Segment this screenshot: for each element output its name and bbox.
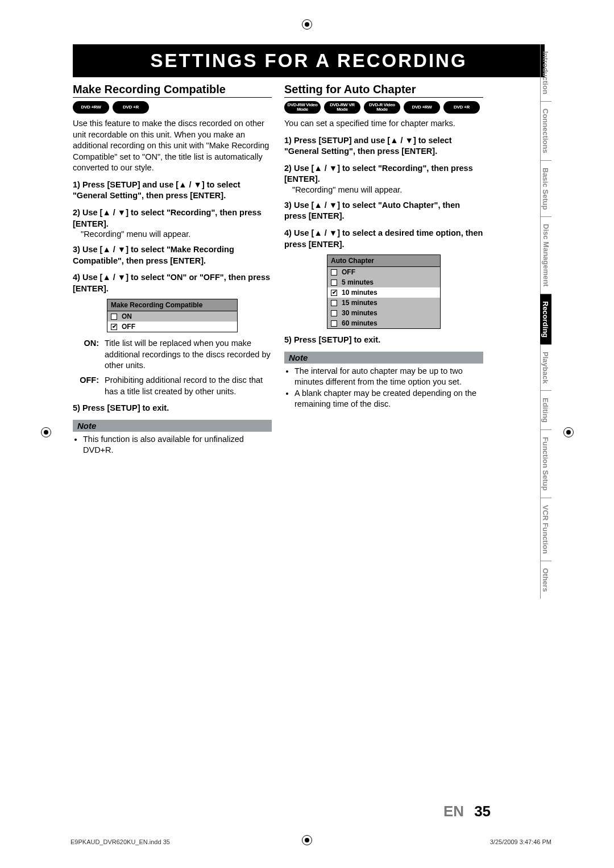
osd-title: Auto Chapter <box>327 255 440 267</box>
registration-mark-icon <box>302 19 312 30</box>
footer-timestamp: 3/25/2009 3:47:46 PM <box>490 838 551 845</box>
section-heading: Make Recording Compatible <box>73 83 272 98</box>
intro-text: Use this feature to make the discs recor… <box>73 118 272 174</box>
step-2-sub: "Recording" menu will appear. <box>81 229 272 239</box>
osd-row-off: OFF <box>107 322 237 332</box>
checkbox-icon <box>331 269 337 276</box>
checkbox-icon <box>331 310 337 316</box>
footer-file: E9PKAUD_DVR620KU_EN.indd 35 <box>70 838 170 845</box>
osd-title: Make Recording Compatible <box>107 299 237 311</box>
note-list: This function is also available for unfi… <box>73 432 272 456</box>
note-item: This function is also available for unfi… <box>83 434 272 456</box>
tab-recording[interactable]: Recording <box>540 294 551 344</box>
page-title: SETTINGS FOR A RECORDING <box>73 44 545 77</box>
dvd-plus-r-badge: DVD +R <box>443 101 480 114</box>
note-label: Note <box>73 420 272 432</box>
step-1: 1) Press [SETUP] and use [▲ / ▼] to sele… <box>284 135 483 157</box>
step-3: 3) Use [▲ / ▼] to select "Auto Chapter",… <box>284 200 483 222</box>
tab-editing[interactable]: Editing <box>540 390 551 429</box>
definition-off: OFF:Prohibiting additional record to the… <box>73 375 272 397</box>
step-5: 5) Press [SETUP] to exit. <box>284 335 483 346</box>
step-2: 2) Use [▲ / ▼] to select "Recording", th… <box>73 207 272 229</box>
tab-playback[interactable]: Playback <box>540 344 551 390</box>
page-content: SETTINGS FOR A RECORDING Make Recording … <box>73 44 545 840</box>
tab-basic-setup[interactable]: Basic Setup <box>540 160 551 216</box>
checkbox-icon <box>111 314 117 320</box>
print-footer: E9PKAUD_DVR620KU_EN.indd 35 3/25/2009 3:… <box>70 838 551 845</box>
osd-row: 15 minutes <box>327 298 440 308</box>
checkbox-icon <box>331 320 337 327</box>
osd-row: 30 minutes <box>327 308 440 318</box>
checkbox-icon <box>331 279 337 286</box>
step-2: 2) Use [▲ / ▼] to select "Recording", th… <box>284 163 483 185</box>
note-list: The interval for auto chapter may be up … <box>284 364 483 410</box>
dvd-rw-vr-badge: DVD-RW VR Mode <box>324 101 360 114</box>
step-1: 1) Press [SETUP] and use [▲ / ▼] to sele… <box>73 180 272 202</box>
tab-connections[interactable]: Connections <box>540 101 551 160</box>
page-number: EN35 <box>443 803 491 820</box>
note-label: Note <box>284 352 483 364</box>
definition-on: ON:Title list will be replaced when you … <box>73 338 272 372</box>
checkbox-checked-icon <box>331 290 337 296</box>
step-4: 4) Use [▲ / ▼] to select "ON" or "OFF", … <box>73 272 272 294</box>
section-heading: Setting for Auto Chapter <box>284 83 483 98</box>
dvd-r-video-badge: DVD-R Video Mode <box>364 101 400 114</box>
checkbox-checked-icon <box>111 324 117 330</box>
dvd-plus-rw-badge: DVD +RW <box>73 101 109 114</box>
disc-badges: DVD +RW DVD +R <box>73 101 272 114</box>
checkbox-icon <box>331 300 337 306</box>
dvd-rw-video-badge: DVD-RW Video Mode <box>284 101 321 114</box>
dvd-plus-r-badge: DVD +R <box>113 101 149 114</box>
step-3: 3) Use [▲ / ▼] to select "Make Recording… <box>73 244 272 266</box>
osd-row-on: ON <box>107 311 237 322</box>
tab-disc-management[interactable]: Disc Management <box>540 216 551 294</box>
column-right: Setting for Auto Chapter DVD-RW Video Mo… <box>284 83 483 456</box>
note-item: A blank chapter may be created depending… <box>294 388 483 410</box>
tab-function-setup[interactable]: Function Setup <box>540 429 551 498</box>
tab-others[interactable]: Others <box>540 561 551 599</box>
osd-row: 5 minutes <box>327 277 440 287</box>
side-tabs: Introduction Connections Basic Setup Dis… <box>540 44 551 794</box>
note-item: The interval for auto chapter may be up … <box>294 366 483 388</box>
tab-vcr-function[interactable]: VCR Function <box>540 498 551 561</box>
osd-row: OFF <box>327 267 440 277</box>
step-5: 5) Press [SETUP] to exit. <box>73 403 272 414</box>
step-4: 4) Use [▲ / ▼] to select a desired time … <box>284 228 483 250</box>
osd-compatible: Make Recording Compatible ON OFF <box>107 299 238 332</box>
step-2-sub: "Recording" menu will appear. <box>292 185 483 194</box>
dvd-plus-rw-badge: DVD +RW <box>404 101 440 114</box>
column-left: Make Recording Compatible DVD +RW DVD +R… <box>73 83 272 456</box>
disc-badges: DVD-RW Video Mode DVD-RW VR Mode DVD-R V… <box>284 101 483 114</box>
intro-text: You can set a specified time for chapter… <box>284 118 483 130</box>
osd-row-selected: 10 minutes <box>327 287 440 298</box>
tab-introduction[interactable]: Introduction <box>540 44 551 101</box>
registration-mark-icon <box>41 427 51 437</box>
osd-auto-chapter: Auto Chapter OFF 5 minutes 10 minutes 15… <box>327 254 441 329</box>
osd-row: 60 minutes <box>327 318 440 328</box>
registration-mark-icon <box>563 427 574 437</box>
